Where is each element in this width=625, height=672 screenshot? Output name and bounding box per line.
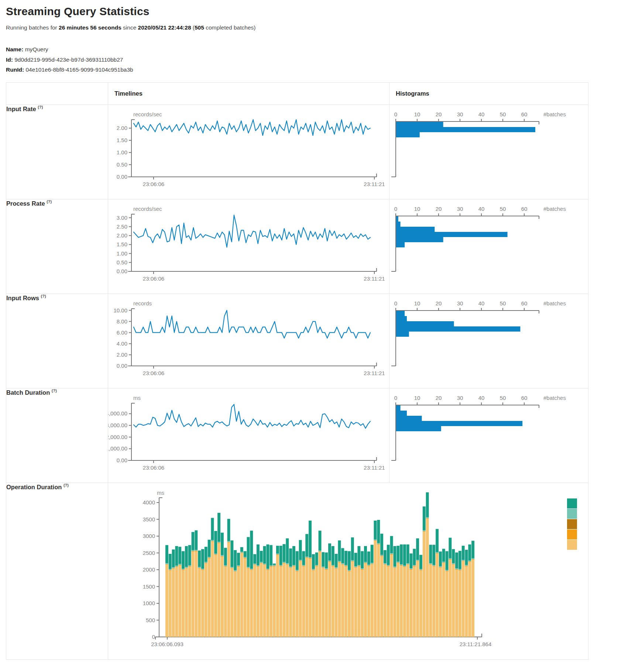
svg-text:#batches: #batches <box>543 395 566 401</box>
svg-text:1,000.00: 1,000.00 <box>108 445 127 452</box>
query-runid-value: 04e101e6-8bf8-4165-9099-9104c951ba3b <box>25 66 133 73</box>
svg-text:2.00: 2.00 <box>117 352 127 358</box>
svg-text:10: 10 <box>414 300 420 306</box>
svg-text:23:11:21: 23:11:21 <box>364 275 385 282</box>
svg-text:ms: ms <box>133 395 141 401</box>
svg-text:4.00: 4.00 <box>117 340 127 347</box>
svg-text:50: 50 <box>500 395 506 401</box>
svg-text:0: 0 <box>394 206 397 212</box>
legend-swatch <box>567 509 577 519</box>
batch-duration-histogram-chart: 0102030405060#batches <box>389 388 588 483</box>
svg-text:23:11:21: 23:11:21 <box>364 464 385 471</box>
svg-text:50: 50 <box>500 206 506 212</box>
svg-text:records/sec: records/sec <box>133 206 162 212</box>
svg-text:1500: 1500 <box>143 583 155 589</box>
process-rate-histogram-chart: 0102030405060#batches <box>389 199 588 294</box>
svg-text:3,000.00: 3,000.00 <box>108 422 127 428</box>
help-icon[interactable]: (?) <box>38 105 43 109</box>
svg-text:0.00: 0.00 <box>117 174 127 180</box>
svg-text:23:11:21: 23:11:21 <box>364 181 385 187</box>
svg-text:10: 10 <box>414 206 420 212</box>
query-id-value: 9d0dd219-995d-423e-b97d-36931110bb27 <box>14 56 123 63</box>
svg-text:ms: ms <box>157 490 164 496</box>
svg-text:23:06:06: 23:06:06 <box>143 181 164 187</box>
svg-text:50: 50 <box>500 111 506 117</box>
svg-text:3500: 3500 <box>143 516 155 522</box>
table-row: Input Rate (?) records/sec2.001.501.000.… <box>6 104 588 199</box>
svg-text:0.00: 0.00 <box>117 457 127 463</box>
svg-text:3.00: 3.00 <box>117 214 127 220</box>
svg-text:records/sec: records/sec <box>133 111 162 117</box>
svg-text:60: 60 <box>521 300 528 306</box>
svg-text:2.00: 2.00 <box>117 232 127 239</box>
svg-text:0: 0 <box>152 634 155 640</box>
operation-duration-legend <box>567 498 577 550</box>
svg-text:0.50: 0.50 <box>117 259 127 265</box>
svg-text:500: 500 <box>146 617 155 623</box>
svg-text:60: 60 <box>521 395 528 401</box>
svg-text:4,000.00: 4,000.00 <box>108 410 127 416</box>
help-icon[interactable]: (?) <box>41 294 46 298</box>
row-label-input-rows: Input Rows (?) <box>6 294 108 388</box>
running-batches-summary: Running batches for 26 minutes 56 second… <box>6 24 619 31</box>
table-row: Input Rows (?) records10.008.006.004.002… <box>6 294 588 388</box>
svg-text:30: 30 <box>457 206 463 212</box>
svg-text:10.00: 10.00 <box>113 307 127 313</box>
svg-text:23:06:06: 23:06:06 <box>143 275 164 282</box>
header-histograms: Histograms <box>389 82 588 104</box>
svg-text:2500: 2500 <box>143 549 155 556</box>
svg-text:23:06:06.093: 23:06:06.093 <box>151 641 183 647</box>
svg-text:records: records <box>133 300 152 306</box>
help-icon[interactable]: (?) <box>47 199 52 204</box>
svg-text:30: 30 <box>457 300 463 306</box>
svg-text:4000: 4000 <box>143 499 155 505</box>
input-rate-timeline-chart: records/sec2.001.501.000.500.0023:06:062… <box>108 104 389 199</box>
svg-text:30: 30 <box>457 111 463 117</box>
svg-text:#batches: #batches <box>543 111 566 117</box>
input-rate-histogram-chart: 0102030405060#batches <box>389 104 588 199</box>
svg-text:8.00: 8.00 <box>117 318 127 324</box>
start-time: 2020/05/21 22:44:28 <box>138 24 191 31</box>
running-duration: 26 minutes 56 seconds <box>59 24 121 31</box>
svg-text:20: 20 <box>436 300 442 306</box>
svg-text:20: 20 <box>436 206 442 212</box>
query-id-line: Id: 9d0dd219-995d-423e-b97d-36931110bb27 <box>6 55 619 65</box>
svg-text:#batches: #batches <box>543 300 566 306</box>
table-row: Batch Duration (?) ms4,000.003,000.002,0… <box>6 388 588 483</box>
legend-swatch <box>567 519 577 529</box>
svg-text:20: 20 <box>436 111 442 117</box>
streaming-query-statistics-page: Streaming Query Statistics Running batch… <box>0 5 625 660</box>
svg-text:23:06:06: 23:06:06 <box>143 464 164 471</box>
input-rows-timeline-chart: records10.008.006.004.002.000.0023:06:06… <box>108 294 389 388</box>
header-blank-cell <box>6 82 108 104</box>
svg-text:0: 0 <box>394 300 397 306</box>
help-icon[interactable]: (?) <box>63 483 69 487</box>
svg-text:0.00: 0.00 <box>117 268 127 274</box>
svg-text:50: 50 <box>500 300 506 306</box>
legend-swatch <box>567 529 577 539</box>
help-icon[interactable]: (?) <box>52 388 57 393</box>
svg-text:#batches: #batches <box>543 206 566 212</box>
table-row: Process Rate (?) records/sec3.002.502.00… <box>6 199 588 294</box>
svg-text:1.00: 1.00 <box>117 149 127 155</box>
svg-text:1.50: 1.50 <box>117 137 127 143</box>
query-name-line: Name: myQuery <box>6 44 619 55</box>
svg-text:30: 30 <box>457 395 463 401</box>
svg-text:2000: 2000 <box>143 566 155 573</box>
table-header-row: Timelines Histograms <box>6 82 588 104</box>
svg-text:40: 40 <box>478 111 485 117</box>
row-label-batch-duration: Batch Duration (?) <box>6 388 108 483</box>
svg-text:40: 40 <box>478 206 485 212</box>
svg-text:60: 60 <box>521 206 528 212</box>
input-rows-histogram-chart: 0102030405060#batches <box>389 294 588 388</box>
header-timelines: Timelines <box>108 82 389 104</box>
page-title: Streaming Query Statistics <box>6 5 619 18</box>
svg-text:10: 10 <box>414 395 420 401</box>
svg-text:23:06:06: 23:06:06 <box>143 370 164 376</box>
process-rate-timeline-chart: records/sec3.002.502.001.501.000.500.002… <box>108 199 389 294</box>
svg-text:1.00: 1.00 <box>117 250 127 256</box>
row-label-process-rate: Process Rate (?) <box>6 199 108 294</box>
completed-batches-count: 505 <box>195 24 204 31</box>
table-row: Operation Duration (?) ms400035003000250… <box>6 483 588 659</box>
batch-duration-timeline-chart: ms4,000.003,000.002,000.001,000.000.0023… <box>108 388 389 483</box>
